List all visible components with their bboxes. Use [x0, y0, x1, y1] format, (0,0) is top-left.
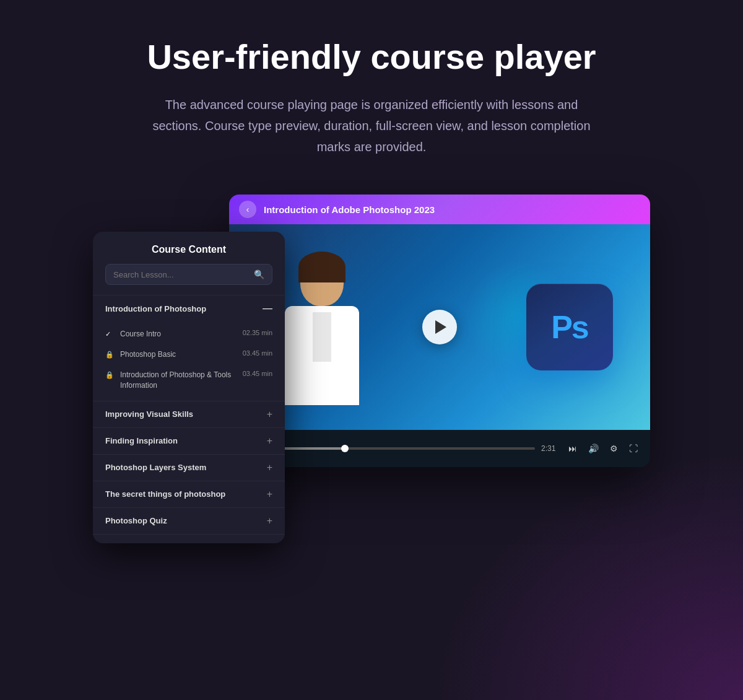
- next-frame-icon[interactable]: ⏭: [566, 441, 580, 456]
- section-header-introduction[interactable]: Introduction of Photoshop —: [93, 295, 285, 322]
- ps-icon: Ps: [526, 284, 613, 370]
- section-header-quiz[interactable]: Photoshop Quiz +: [93, 508, 285, 534]
- section-name-secret-things: The secret things of photoshop: [105, 489, 225, 499]
- section-list: Introduction of Photoshop — ✓ Course Int…: [93, 295, 285, 543]
- person-torso: [285, 306, 359, 405]
- section-header-assignments[interactable]: Photoshop Assignments +: [93, 535, 285, 544]
- person-hair: [298, 252, 345, 282]
- expand-icon-layers-system: +: [267, 462, 272, 473]
- section-assignments: Photoshop Assignments +: [93, 535, 285, 544]
- section-secret-things: The secret things of photoshop +: [93, 481, 285, 508]
- expand-icon-finding-inspiration: +: [267, 435, 272, 447]
- section-name-layers-system: Photoshop Layers System: [105, 463, 206, 472]
- lock-icon-photoshop-basic: 🔒: [105, 351, 114, 359]
- section-name-assignments: Photoshop Assignments: [105, 543, 200, 543]
- section-header-improving-visual[interactable]: Improving Visual Skills +: [93, 401, 285, 427]
- lesson-name-course-intro: Course Intro: [120, 329, 232, 339]
- lesson-duration-course-intro: 02.35 min: [243, 329, 272, 336]
- person-head: [300, 256, 344, 306]
- check-icon-course-intro: ✓: [105, 330, 114, 338]
- person-body: [272, 256, 372, 430]
- settings-icon[interactable]: ⚙: [607, 441, 620, 456]
- play-button[interactable]: [422, 310, 457, 344]
- expand-icon-assignments: +: [267, 542, 272, 544]
- section-name-introduction: Introduction of Photoshop: [105, 304, 206, 313]
- section-name-improving-visual: Improving Visual Skills: [105, 409, 193, 419]
- lesson-item-photoshop-basic[interactable]: 🔒 Photoshop Basic 03.45 min: [93, 344, 285, 365]
- lesson-name-photoshop-basic: Photoshop Basic: [120, 349, 232, 360]
- lesson-item-course-intro[interactable]: ✓ Course Intro 02.35 min: [93, 324, 285, 344]
- video-header: ‹ Introduction of Adobe Photoshop 2023: [229, 195, 650, 224]
- end-time: 2:31: [541, 444, 560, 453]
- lesson-duration-photoshop-basic: 03.45 min: [243, 349, 272, 357]
- section-finding-inspiration: Finding Inspiration +: [93, 428, 285, 455]
- collapse-icon-introduction: —: [263, 303, 272, 314]
- course-content-header: Course Content 🔍: [93, 232, 285, 295]
- video-controls: 0:51 2:31 ⏭ 🔊 ⚙ ⛶: [229, 430, 650, 467]
- lessons-list-introduction: ✓ Course Intro 02.35 min 🔒 Photoshop Bas…: [93, 322, 285, 400]
- search-box: 🔍: [105, 264, 272, 285]
- lesson-item-tools-info[interactable]: 🔒 Introduction of Photoshop & Tools Info…: [93, 365, 285, 396]
- expand-icon-quiz: +: [267, 515, 272, 527]
- section-header-finding-inspiration[interactable]: Finding Inspiration +: [93, 428, 285, 454]
- section-quiz: Photoshop Quiz +: [93, 508, 285, 535]
- chevron-left-icon: ‹: [246, 204, 250, 214]
- lesson-duration-tools-info: 03.45 min: [243, 370, 272, 377]
- progress-bar[interactable]: [264, 447, 535, 450]
- section-improving-visual: Improving Visual Skills +: [93, 401, 285, 428]
- expand-icon-improving-visual: +: [267, 409, 272, 420]
- video-content: Ps: [229, 224, 650, 430]
- section-introduction-photoshop: Introduction of Photoshop — ✓ Course Int…: [93, 295, 285, 401]
- ps-logo-text: Ps: [551, 308, 588, 346]
- ui-showcase: ‹ Introduction of Adobe Photoshop 2023 P…: [93, 195, 650, 517]
- course-content-title: Course Content: [105, 244, 272, 255]
- back-button[interactable]: ‹: [239, 201, 256, 218]
- progress-thumb: [341, 445, 349, 452]
- section-header-layers-system[interactable]: Photoshop Layers System +: [93, 455, 285, 481]
- section-name-quiz: Photoshop Quiz: [105, 516, 167, 525]
- video-player-card: ‹ Introduction of Adobe Photoshop 2023 P…: [229, 195, 650, 467]
- volume-icon[interactable]: 🔊: [586, 441, 601, 456]
- video-title: Introduction of Adobe Photoshop 2023: [264, 204, 435, 215]
- fullscreen-icon[interactable]: ⛶: [627, 441, 640, 456]
- section-name-finding-inspiration: Finding Inspiration: [105, 436, 178, 445]
- search-input[interactable]: [113, 270, 249, 279]
- search-icon: 🔍: [254, 269, 264, 279]
- section-layers-system: Photoshop Layers System +: [93, 455, 285, 481]
- expand-icon-secret-things: +: [267, 489, 272, 500]
- play-triangle-icon: [435, 320, 446, 334]
- section-header-secret-things[interactable]: The secret things of photoshop +: [93, 481, 285, 507]
- lock-icon-tools-info: 🔒: [105, 371, 114, 379]
- course-content-card: Course Content 🔍 Introduction of Photosh…: [93, 232, 285, 543]
- hero-subtitle: The advanced course playing page is orga…: [149, 94, 594, 157]
- lesson-name-tools-info: Introduction of Photoshop & Tools Inform…: [120, 370, 232, 391]
- hero-title: User-friendly course player: [147, 37, 596, 77]
